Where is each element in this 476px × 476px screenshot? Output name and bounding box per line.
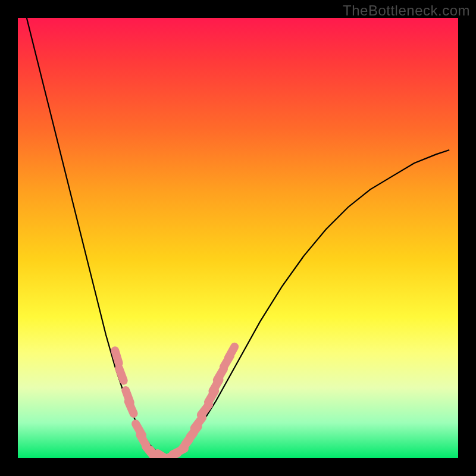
marker-group — [115, 347, 234, 458]
marker-point — [115, 350, 118, 363]
plot-area — [18, 18, 458, 458]
marker-point — [129, 402, 134, 414]
chart-svg — [18, 18, 458, 458]
marker-point — [228, 347, 235, 358]
bottleneck-curve — [27, 18, 449, 458]
chart-frame: TheBottleneck.com — [0, 0, 476, 476]
watermark-text: TheBottleneck.com — [343, 2, 470, 19]
marker-point — [119, 368, 124, 381]
